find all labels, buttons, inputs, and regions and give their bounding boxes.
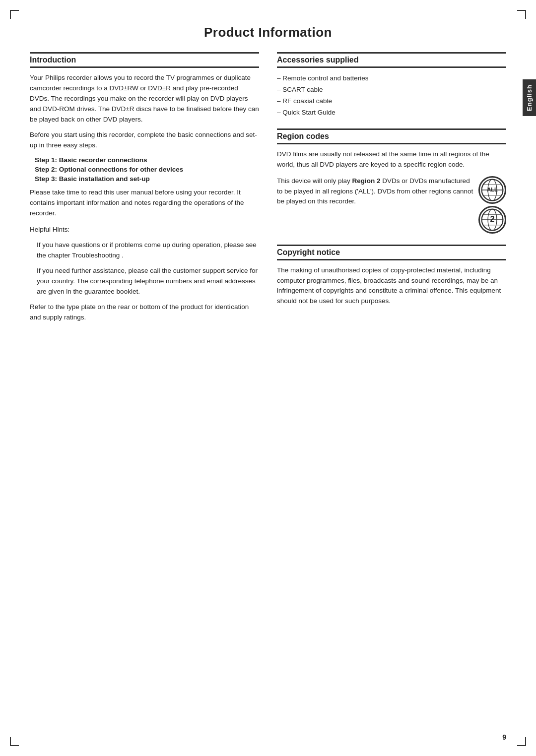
helpful-hints-label: Helpful Hints: — [30, 225, 259, 235]
region-badge-2: 2 — [478, 206, 506, 234]
step-2-label: Step 2: — [35, 166, 57, 173]
copyright-body: The making of unauthorised copies of cop… — [277, 265, 506, 307]
helpful-hints-section: Helpful Hints: If you have questions or … — [30, 225, 259, 322]
region-p2-start: This device will only play — [277, 177, 352, 185]
accessory-item-2: RF coaxial cable — [277, 96, 506, 107]
intro-paragraph-2: Before you start using this recorder, co… — [30, 130, 259, 151]
copyright-header: Copyright notice — [277, 245, 506, 260]
intro-paragraph-3-wrapper: Please take time to read this user manua… — [30, 188, 259, 219]
corner-mark-bl — [10, 737, 19, 746]
page-title: Product Information — [30, 25, 506, 40]
region-codes-heading: Region codes — [277, 132, 506, 141]
step-3-text: Basic installation and set-up — [57, 175, 150, 183]
introduction-header: Introduction — [30, 52, 259, 68]
accessories-body: Remote control and batteries SCART cable… — [277, 73, 506, 119]
right-column: Accessories supplied Remote control and … — [277, 52, 506, 329]
accessory-item-3: Quick Start Guide — [277, 107, 506, 119]
page: English Product Information Introduction… — [0, 0, 536, 756]
step-3-label: Step 3: — [35, 175, 57, 183]
region-paragraph-1-wrapper: DVD films are usually not released at th… — [277, 149, 506, 170]
step-3: Step 3: Basic installation and set-up — [30, 175, 259, 183]
page-number: 9 — [502, 733, 506, 741]
language-tab: English — [523, 79, 536, 116]
accessories-header: Accessories supplied — [277, 52, 506, 68]
copyright-text: The making of unauthorised copies of cop… — [277, 265, 506, 307]
hint-3: Refer to the type plate on the rear or b… — [30, 302, 259, 323]
intro-paragraph-3: Please take time to read this user manua… — [30, 188, 259, 219]
region-codes-header: Region codes — [277, 128, 506, 144]
intro-paragraph-1: Your Philips recorder allows you to reco… — [30, 73, 259, 125]
region-icons: ALL 2 — [478, 176, 506, 234]
step-2: Step 2: Optional connections for other d… — [30, 166, 259, 173]
accessory-item-0: Remote control and batteries — [277, 73, 506, 84]
region-content: This device will only play Region 2 DVDs… — [277, 176, 506, 234]
copyright-heading: Copyright notice — [277, 248, 506, 257]
left-column: Introduction Your Philips recorder allow… — [30, 52, 259, 329]
introduction-heading: Introduction — [30, 56, 259, 64]
region-2-text: 2 — [490, 213, 495, 226]
hint-2: If you need further assistance, please c… — [37, 266, 259, 297]
corner-mark-tl — [10, 10, 19, 19]
corner-mark-tr — [517, 10, 526, 19]
accessories-heading: Accessories supplied — [277, 56, 506, 64]
region-p2-bold: Region 2 — [352, 177, 381, 185]
corner-mark-br — [517, 737, 526, 746]
accessories-list: Remote control and batteries SCART cable… — [277, 73, 506, 119]
step-1-label: Step 1: — [35, 156, 57, 164]
hint-1: If you have questions or if problems com… — [37, 240, 259, 261]
step-1-text: Basic recorder connections — [57, 156, 147, 164]
accessory-item-1: SCART cable — [277, 84, 506, 96]
introduction-body: Your Philips recorder allows you to reco… — [30, 73, 259, 150]
region-all-text: ALL — [487, 186, 497, 194]
region-text: This device will only play Region 2 DVDs… — [277, 176, 473, 207]
region-badge-all: ALL — [478, 176, 506, 204]
step-1: Step 1: Basic recorder connections — [30, 156, 259, 164]
step-2-text: Optional connections for other devices — [57, 166, 183, 173]
steps-list: Step 1: Basic recorder connections Step … — [30, 156, 259, 183]
region-paragraph-1: DVD films are usually not released at th… — [277, 149, 506, 170]
content-columns: Introduction Your Philips recorder allow… — [30, 52, 506, 329]
